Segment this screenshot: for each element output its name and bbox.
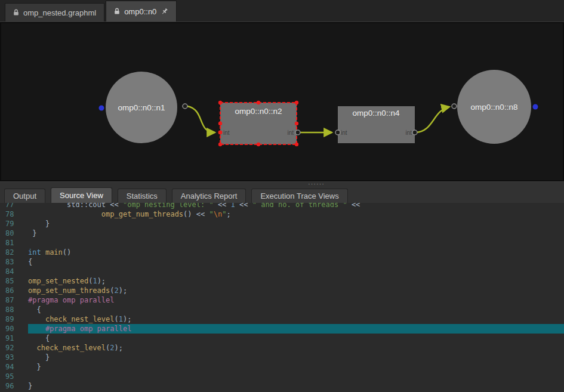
code-text: #pragma omp parallel (28, 295, 564, 305)
view-tabbar: Output Source View Statistics Analytics … (4, 187, 348, 203)
node-label: omp0::n0::n2 (235, 107, 282, 116)
code-line[interactable]: 81 (0, 238, 564, 248)
tab-omp-nested-graphml[interactable]: omp_nested.graphml (5, 3, 104, 21)
node-label: omp0::n0::n8 (471, 103, 518, 112)
code-text: check_nest_level(2); (28, 343, 564, 353)
code-text: std::cout << "omp nesting level: " << 1 … (28, 203, 564, 209)
line-number: 92 (0, 343, 28, 353)
code-line[interactable]: 79 } (0, 219, 564, 229)
code-line[interactable]: 91 { (0, 334, 564, 343)
line-number: 83 (0, 257, 28, 267)
edge-n4-n8[interactable] (416, 107, 449, 132)
line-number: 86 (0, 286, 28, 295)
tab-label: omp0::n0 (124, 7, 156, 16)
bottom-panel-bar: ······ Output Source View Statistics Ana… (0, 181, 564, 203)
code-text: omp_get_num_threads() << "\n"; (28, 209, 564, 219)
graph-node-n4[interactable]: omp0::n0::n4 int int (338, 106, 415, 143)
line-number: 91 (0, 334, 28, 343)
code-line[interactable]: 78 omp_get_num_threads() << "\n"; (0, 209, 564, 219)
port-n2-out[interactable] (295, 130, 300, 135)
code-line[interactable]: 96} (0, 381, 564, 391)
line-number: 89 (0, 314, 28, 324)
edge-n1-n2[interactable] (187, 106, 215, 132)
port-in-label: int (341, 129, 347, 136)
port-n8-in[interactable] (452, 104, 457, 109)
code-line[interactable]: 85omp_set_nested(1); (0, 276, 564, 286)
code-text: int main() (28, 248, 564, 257)
code-line[interactable]: 82int main() (0, 248, 564, 257)
document-tabbar: omp_nested.graphml omp0::n0 (0, 0, 564, 22)
code-line[interactable]: 86omp_set_num_threads(2); (0, 286, 564, 295)
code-line[interactable]: 77 std::cout << "omp nesting level: " <<… (0, 203, 564, 209)
line-number: 82 (0, 248, 28, 257)
node-label: omp0::n0::n4 (353, 109, 400, 118)
port-n2-in[interactable] (218, 131, 223, 135)
port-out-label: int (287, 129, 294, 136)
code-line[interactable]: 83{ (0, 257, 564, 267)
code-text: { (28, 305, 564, 314)
code-text (28, 267, 564, 276)
node-label: omp0::n0::n1 (118, 103, 165, 112)
code-text: omp_set_num_threads(2); (28, 286, 564, 295)
code-text: } (28, 381, 564, 391)
line-number: 80 (0, 229, 28, 238)
code-text (28, 238, 564, 248)
line-number: 94 (0, 362, 28, 372)
app-window: { "colors": { "selection_red": "#ee1c1c"… (0, 0, 564, 392)
code-lines: 77 std::cout << "omp nesting level: " <<… (0, 203, 564, 391)
lock-icon (13, 9, 19, 16)
code-line[interactable]: 92 check_nest_level(2); (0, 343, 564, 353)
code-line[interactable]: 84 (0, 267, 564, 276)
graph-endpoint-right[interactable] (533, 104, 538, 110)
code-line[interactable]: 94 } (0, 362, 564, 372)
code-line[interactable]: 80 } (0, 229, 564, 238)
code-text (28, 372, 564, 381)
code-line[interactable]: 90 #pragma omp parallel (0, 324, 564, 334)
code-line[interactable]: 95 (0, 372, 564, 381)
tab-analytics-report[interactable]: Analytics Report (172, 189, 246, 203)
graph-endpoint-left[interactable] (99, 106, 104, 111)
port-n4-out[interactable] (412, 130, 417, 135)
port-n1-out[interactable] (183, 104, 187, 109)
line-number: 93 (0, 353, 28, 362)
graph-node-n2[interactable]: omp0::n0::n2 int int (218, 101, 299, 146)
tab-statistics[interactable]: Statistics (118, 189, 167, 203)
graph-node-n1[interactable]: omp0::n0::n1 (106, 72, 177, 143)
code-line[interactable]: 93 } (0, 353, 564, 362)
code-text: { (28, 257, 564, 267)
line-number: 77 (0, 203, 28, 209)
graph-view: omp0::n0::n1 omp0::n0::n2 int int omp0::… (0, 22, 564, 181)
tab-execution-trace-views[interactable]: Execution Trace Views (251, 189, 347, 203)
line-number: 95 (0, 372, 28, 381)
code-text: check_nest_level(1); (28, 314, 564, 324)
line-number: 85 (0, 276, 28, 286)
splitter-handle[interactable]: ······ (308, 181, 325, 187)
line-number: 79 (0, 219, 28, 229)
code-text: } (28, 353, 564, 362)
code-line[interactable]: 89 check_nest_level(1); (0, 314, 564, 324)
line-number: 84 (0, 267, 28, 276)
code-text: omp_set_nested(1); (28, 276, 564, 286)
tab-label: omp_nested.graphml (23, 8, 96, 17)
pin-icon[interactable] (161, 8, 168, 16)
code-text: } (28, 229, 564, 238)
code-text: } (28, 362, 564, 372)
port-out-label: int (405, 129, 412, 136)
port-n4-in[interactable] (335, 130, 340, 135)
line-number: 88 (0, 305, 28, 314)
line-number: 78 (0, 209, 28, 219)
line-number: 90 (0, 324, 28, 334)
graph-node-n8[interactable]: omp0::n0::n8 (457, 70, 531, 144)
line-number: 81 (0, 238, 28, 248)
code-text: } (28, 219, 564, 229)
tab-source-view[interactable]: Source View (51, 187, 112, 203)
graph-canvas[interactable]: omp0::n0::n1 omp0::n0::n2 int int omp0::… (0, 22, 564, 181)
tab-omp0-n0[interactable]: omp0::n0 (106, 1, 177, 21)
code-line[interactable]: 87#pragma omp parallel (0, 295, 564, 305)
code-line[interactable]: 88 { (0, 305, 564, 314)
lock-icon (114, 8, 120, 15)
line-number: 96 (0, 381, 28, 391)
source-code-view[interactable]: 77 std::cout << "omp nesting level: " <<… (0, 203, 564, 392)
tab-output[interactable]: Output (4, 189, 45, 203)
code-text: { (28, 334, 564, 343)
